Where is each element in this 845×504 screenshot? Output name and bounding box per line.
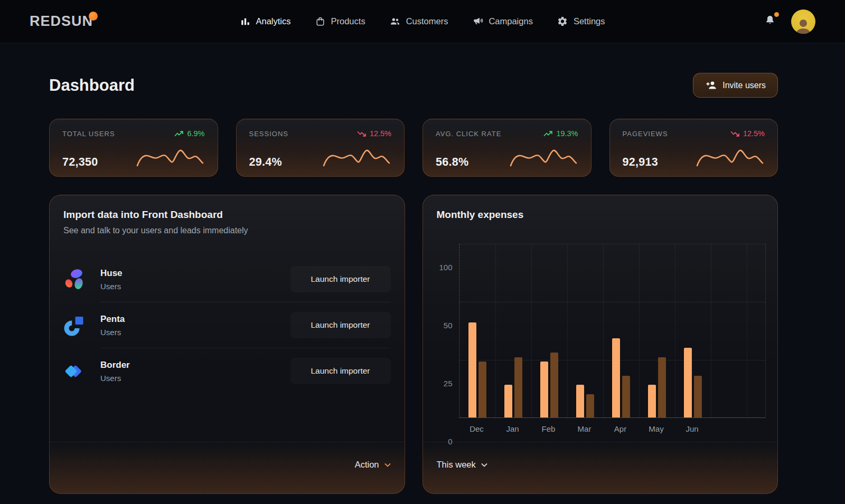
import-card-subtitle: See and talk to your users and leads imm… <box>63 226 391 235</box>
unread-dot <box>774 12 779 17</box>
bar-secondary-may <box>658 357 666 417</box>
bar-primary-dec <box>468 322 476 417</box>
bar-primary-mar <box>576 385 584 417</box>
bar-secondary-dec <box>478 362 486 417</box>
stat-label: PAGEVIEWS <box>623 130 668 138</box>
page-title: Dashboard <box>49 76 135 95</box>
this-week-dropdown-label: This week <box>437 460 476 470</box>
brand-name: REDSUN <box>30 13 93 29</box>
this-week-dropdown[interactable]: This week <box>437 460 487 470</box>
y-tick-label: 0 <box>448 437 452 446</box>
nav-item-products[interactable]: Products <box>315 16 365 27</box>
nav-label: Settings <box>574 16 605 26</box>
importer-row-huse: Huse Users Launch importer <box>50 256 405 302</box>
x-tick-label: Feb <box>531 424 567 433</box>
sparkline-chart <box>322 145 391 169</box>
brand-logo[interactable]: REDSUN <box>30 13 93 30</box>
nav-item-campaigns[interactable]: Campaigns <box>472 16 532 27</box>
importer-type: Users <box>100 374 130 383</box>
bar-chart-icon <box>240 16 250 27</box>
gear-icon <box>557 16 568 27</box>
stat-card-pageviews: PAGEVIEWS 12.5% 92,913 <box>609 119 778 177</box>
user-avatar[interactable] <box>791 9 815 34</box>
bar-primary-jun <box>684 348 692 417</box>
main-content: Dashboard Invite users TOTAL USERS 6.9% <box>49 73 778 494</box>
monthly-expenses-card: Monthly expenses 10050250 DecJanFebMarAp… <box>422 195 778 494</box>
nav-item-settings[interactable]: Settings <box>557 16 605 27</box>
importer-name: Huse <box>100 268 123 279</box>
import-card-title: Import data into Front Dashboard <box>63 209 391 221</box>
bar-secondary-apr <box>622 376 630 417</box>
nav-item-customers[interactable]: Customers <box>390 16 448 27</box>
importer-row-border: Border Users Launch importer <box>50 348 405 394</box>
stat-trend-value: 12.5% <box>370 129 391 138</box>
stat-label: TOTAL USERS <box>62 130 115 138</box>
trend-up-icon <box>543 130 552 137</box>
chart-column-apr <box>603 338 639 417</box>
bar-secondary-feb <box>550 353 558 417</box>
stat-card-sessions: SESSIONS 12.5% 29.4% <box>236 119 405 177</box>
stat-trend-value: 12.5% <box>743 129 765 138</box>
main-nav: Analytics Products Customers <box>240 16 605 27</box>
bar-secondary-jan <box>514 357 522 417</box>
import-data-card: Import data into Front Dashboard See and… <box>49 195 405 494</box>
trend-up-icon <box>174 130 183 137</box>
expenses-chart: 10050250 DecJanFebMarAprMayJun <box>437 244 766 433</box>
person-add-icon <box>705 79 717 91</box>
megaphone-icon <box>472 16 483 27</box>
y-tick-label: 50 <box>444 321 453 330</box>
importer-type: Users <box>100 282 123 291</box>
stat-trend-value: 19.3% <box>556 129 578 138</box>
importer-type: Users <box>100 328 125 337</box>
bar-secondary-jun <box>694 376 702 417</box>
launch-importer-button[interactable]: Launch importer <box>290 358 391 384</box>
stat-value: 72,350 <box>62 156 98 169</box>
stat-trend-value: 6.9% <box>187 129 204 138</box>
y-tick-label: 25 <box>444 379 453 388</box>
stat-trend: 12.5% <box>730 129 765 138</box>
chevron-down-icon <box>481 463 487 467</box>
chart-column-jun <box>675 348 711 417</box>
brand-dot-icon <box>89 12 98 21</box>
notifications-button[interactable] <box>764 14 776 29</box>
stat-trend: 12.5% <box>357 129 391 138</box>
stat-label: AVG. CLICK RATE <box>436 130 501 138</box>
x-tick-label: Apr <box>603 424 639 433</box>
stat-label: SESSIONS <box>249 130 288 138</box>
bar-primary-feb <box>540 362 548 417</box>
stat-trend: 6.9% <box>174 129 204 138</box>
sparkline-chart <box>695 145 765 169</box>
stat-card-avg-click-rate: AVG. CLICK RATE 19.3% 56.8% <box>422 119 592 177</box>
stat-trend: 19.3% <box>543 129 578 138</box>
invite-users-label: Invite users <box>722 81 766 90</box>
x-tick-label: Jan <box>495 424 531 433</box>
action-dropdown-label: Action <box>355 460 379 470</box>
launch-importer-button[interactable]: Launch importer <box>290 266 391 292</box>
nav-label: Analytics <box>256 16 290 26</box>
stat-card-total-users: TOTAL USERS 6.9% 72,350 <box>49 119 218 177</box>
bar-secondary-mar <box>586 394 594 417</box>
launch-importer-button[interactable]: Launch importer <box>290 312 391 338</box>
expenses-columns <box>459 244 766 417</box>
chart-column-may <box>639 357 675 417</box>
trend-down-icon <box>730 130 739 137</box>
chart-column-mar <box>567 385 603 417</box>
action-dropdown[interactable]: Action <box>355 460 391 470</box>
sparkline-chart <box>135 145 205 169</box>
nav-label: Customers <box>406 16 448 26</box>
stat-value: 29.4% <box>249 156 282 169</box>
nav-item-analytics[interactable]: Analytics <box>240 16 290 27</box>
invite-users-button[interactable]: Invite users <box>693 73 778 98</box>
chart-column-jan <box>495 357 531 417</box>
chart-column-feb <box>531 353 567 417</box>
x-tick-label: May <box>639 424 674 433</box>
y-tick-label: 100 <box>439 263 452 272</box>
avatar-person-icon <box>794 17 812 34</box>
nav-label: Campaigns <box>489 16 532 26</box>
bar-primary-apr <box>612 338 620 417</box>
x-tick-label: Mar <box>567 424 603 433</box>
trend-down-icon <box>357 130 366 137</box>
importer-row-penta: Penta Users Launch importer <box>50 302 405 348</box>
top-navigation-bar: REDSUN Analytics Products <box>0 0 845 43</box>
bar-primary-jan <box>504 385 512 417</box>
